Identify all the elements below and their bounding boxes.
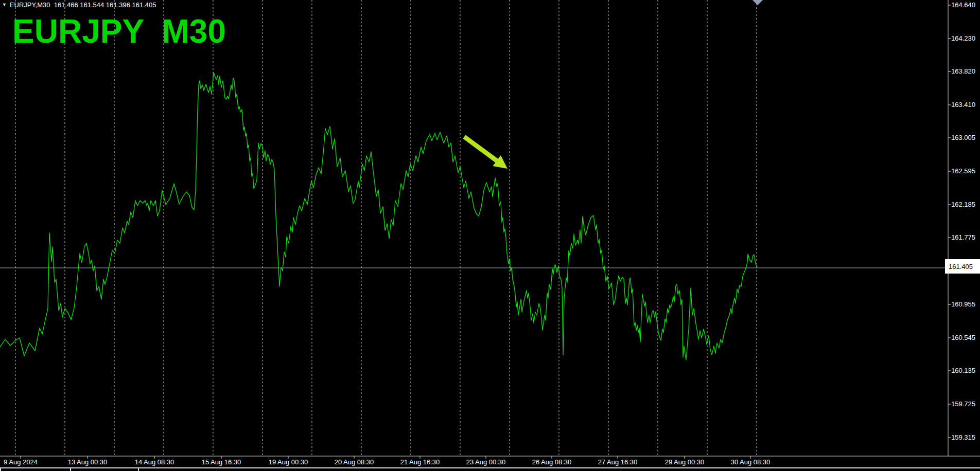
symbol-watermark: EURJPY M30: [12, 14, 226, 49]
symbol-dropdown-icon[interactable]: ▼: [2, 2, 7, 8]
ohlc-readout: EURJPY,M30 161.466 161.544 161.396 161.4…: [10, 1, 156, 9]
time-tick-label: 21 Aug 16:30: [400, 458, 440, 466]
price-tick-label: 163.410: [951, 101, 980, 109]
time-tick-label: 14 Aug 08:30: [135, 458, 174, 466]
time-tick-label: 29 Aug 00:30: [665, 458, 705, 466]
current-price-value: 161.405: [949, 263, 973, 270]
price-tick-label: 159.315: [951, 433, 980, 442]
time-tick-label: 9 Aug 2024: [4, 458, 38, 466]
time-tick-label: 26 Aug 08:30: [532, 458, 572, 466]
price-chart-canvas[interactable]: [0, 0, 980, 471]
price-tick-label: 162.595: [951, 167, 980, 175]
time-tick-label: 23 Aug 00:30: [466, 458, 506, 466]
last-bar-marker-icon: [752, 0, 763, 5]
price-tick-label: 160.955: [951, 300, 980, 309]
chart-header: ▼ EURJPY,M30 161.466 161.544 161.396 161…: [2, 1, 156, 9]
time-tick-label: 13 Aug 00:30: [68, 458, 108, 466]
time-tick-label: 27 Aug 16:30: [598, 458, 638, 466]
price-tick-label: 161.775: [951, 233, 980, 242]
price-tick-label: 159.725: [951, 400, 980, 408]
bottom-panel-separator: [138, 468, 139, 471]
mt4-chart-window: ▼ EURJPY,M30 161.466 161.544 161.396 161…: [0, 0, 980, 471]
price-tick-label: 163.005: [951, 134, 980, 142]
price-tick-label: 163.820: [951, 67, 980, 76]
down-arrow-shaft: [464, 137, 499, 162]
bottom-panel-separator: [0, 468, 1, 471]
time-tick-label: 15 Aug 16:30: [202, 458, 241, 466]
price-line-series: [0, 73, 757, 360]
current-price-box: 161.405: [945, 259, 980, 274]
price-tick-label: 162.185: [951, 201, 980, 209]
price-tick-label: 160.545: [951, 334, 980, 342]
price-tick-label: 160.135: [951, 367, 980, 375]
price-tick-label: 164.230: [951, 34, 980, 43]
time-tick-label: 30 Aug 08:30: [731, 458, 771, 466]
price-tick-label: 164.640: [951, 1, 980, 9]
bottom-panel-separator: [70, 468, 71, 471]
time-tick-label: 19 Aug 00:30: [269, 458, 308, 466]
bottom-panel-edge: [0, 467, 980, 471]
time-tick-label: 20 Aug 08:30: [335, 458, 374, 466]
